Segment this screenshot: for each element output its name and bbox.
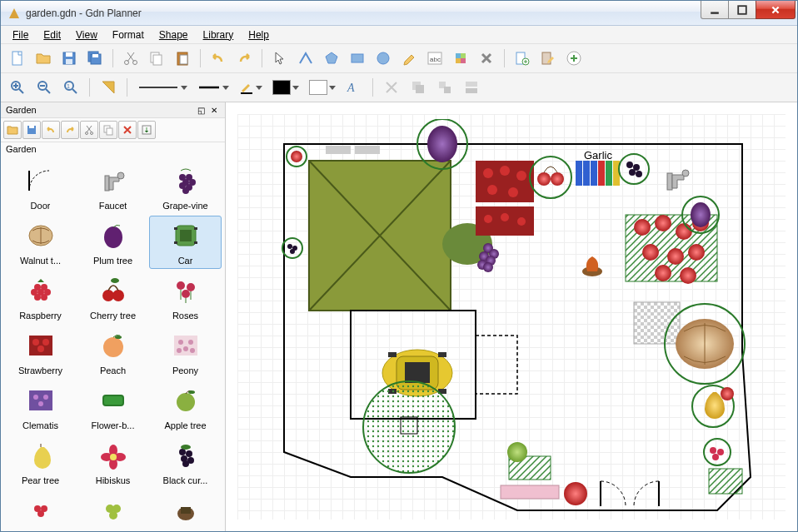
peach-icon: [94, 329, 132, 362]
panel-header: Garden ◱ ✕: [1, 102, 225, 118]
shape-item-grape[interactable]: Grape-vine: [149, 161, 222, 214]
delete-button[interactable]: [475, 47, 498, 70]
svg-rect-65: [194, 241, 197, 244]
shape-item-door[interactable]: Door: [4, 161, 77, 214]
save-all-button[interactable]: [83, 47, 107, 70]
shape-item-strawberry[interactable]: Strawberry: [4, 326, 77, 379]
svg-point-128: [363, 381, 455, 473]
shape-item-extra1[interactable]: [4, 490, 77, 531]
raspberry-icon: [22, 274, 60, 307]
shape-item-roses[interactable]: Roses: [149, 271, 222, 324]
svg-rect-61: [180, 230, 192, 241]
shape-item-cherry[interactable]: Cherry tree: [77, 271, 149, 324]
pointer-tool[interactable]: [268, 47, 292, 70]
panel-cut-button[interactable]: [80, 121, 98, 139]
menu-format[interactable]: Format: [106, 27, 151, 42]
shape-item-peach[interactable]: Peach: [77, 326, 149, 379]
group-button[interactable]: [406, 76, 430, 99]
shape-label: Walnut t...: [20, 256, 61, 266]
svg-point-94: [38, 401, 43, 406]
panel-redo-button[interactable]: [61, 121, 79, 139]
tools-button[interactable]: [380, 76, 403, 99]
font-button[interactable]: A: [342, 76, 366, 99]
shape-item-flowerbed[interactable]: Flower-b...: [77, 380, 149, 434]
panel-open-button[interactable]: [3, 121, 22, 139]
svg-point-43: [86, 132, 88, 135]
shape-item-extra2[interactable]: [77, 490, 149, 531]
undo-button[interactable]: [207, 47, 230, 70]
shape-item-plum[interactable]: Plum tree: [77, 216, 149, 269]
menu-view[interactable]: View: [69, 27, 104, 42]
shape-item-clematis[interactable]: Clematis: [4, 380, 77, 434]
line-tool[interactable]: [294, 47, 317, 70]
library-new-button[interactable]: [511, 47, 534, 70]
menu-shape[interactable]: Shape: [152, 27, 195, 42]
ellipse-tool[interactable]: [372, 47, 395, 70]
panel-float-button[interactable]: ◱: [195, 104, 207, 116]
arrange-button[interactable]: [460, 76, 483, 99]
rect-tool[interactable]: [346, 47, 369, 70]
ungroup-button[interactable]: [433, 76, 456, 99]
menu-library[interactable]: Library: [197, 27, 241, 42]
shape-item-faucet[interactable]: Faucet: [77, 161, 149, 214]
cut-button[interactable]: [119, 47, 142, 70]
shape-item-peony[interactable]: Peony: [149, 326, 222, 379]
line-color-dropdown[interactable]: [236, 78, 266, 97]
save-button[interactable]: [57, 47, 81, 70]
menu-help[interactable]: Help: [242, 27, 276, 42]
shape-item-walnut[interactable]: Walnut t...: [4, 216, 77, 269]
shape-label: Car: [178, 256, 193, 266]
svg-point-97: [188, 390, 195, 394]
panel-delete-button[interactable]: [118, 121, 137, 139]
svg-point-89: [177, 348, 182, 353]
redo-button[interactable]: [232, 47, 256, 70]
close-button[interactable]: [756, 1, 796, 19]
ruler-button[interactable]: [97, 76, 120, 99]
line-weight-dropdown[interactable]: [194, 81, 232, 94]
svg-point-80: [32, 339, 39, 346]
plum-icon: [94, 219, 132, 252]
shape-item-car[interactable]: Car: [149, 216, 222, 269]
puzzle-tool[interactable]: [449, 47, 472, 70]
svg-point-195: [291, 151, 302, 162]
svg-text:1: 1: [67, 83, 70, 89]
svg-point-190: [507, 442, 527, 462]
library-add-button[interactable]: [562, 47, 586, 70]
shape-item-pear[interactable]: Pear tree: [4, 435, 77, 489]
shape-item-hibiskus[interactable]: Hibiskus: [77, 435, 149, 489]
polygon-tool[interactable]: [320, 47, 343, 70]
minimize-button[interactable]: [701, 1, 729, 19]
library-edit-button[interactable]: [536, 47, 560, 70]
zoom-out-button[interactable]: [32, 76, 56, 99]
zoom-fit-button[interactable]: 1: [59, 76, 82, 99]
panel-save-button[interactable]: [22, 121, 41, 139]
paste-button[interactable]: [171, 47, 194, 70]
menu-edit[interactable]: Edit: [37, 27, 67, 42]
text-tool[interactable]: abc: [423, 47, 446, 70]
svg-rect-36: [416, 85, 424, 93]
main-toolbar: abc: [1, 44, 797, 73]
shape-item-blackcurrant[interactable]: Black cur...: [149, 435, 222, 489]
fill-color-dropdown[interactable]: [269, 78, 302, 97]
bg-color-dropdown[interactable]: [306, 78, 339, 97]
svg-rect-154: [591, 161, 597, 186]
shape-item-raspberry[interactable]: Raspberry: [4, 271, 77, 324]
open-button[interactable]: [32, 47, 55, 70]
svg-rect-64: [174, 241, 177, 244]
line-style-dropdown[interactable]: [134, 81, 191, 94]
canvas[interactable]: Garlic: [226, 102, 797, 531]
panel-copy-button[interactable]: [99, 121, 117, 139]
shape-item-extra3[interactable]: [149, 490, 222, 531]
maximize-button[interactable]: [728, 1, 756, 19]
garden-drawing[interactable]: Garlic: [251, 119, 767, 531]
menu-file[interactable]: File: [6, 27, 35, 42]
new-button[interactable]: [6, 47, 29, 70]
copy-button[interactable]: [145, 47, 168, 70]
zoom-in-button[interactable]: [6, 76, 29, 99]
panel-close-button[interactable]: ✕: [208, 104, 220, 116]
panel-export-button[interactable]: [137, 121, 156, 139]
shape-item-apple[interactable]: Apple tree: [149, 380, 222, 434]
panel-undo-button[interactable]: [42, 121, 60, 139]
highlight-tool[interactable]: [397, 47, 421, 70]
svg-rect-153: [583, 161, 590, 186]
